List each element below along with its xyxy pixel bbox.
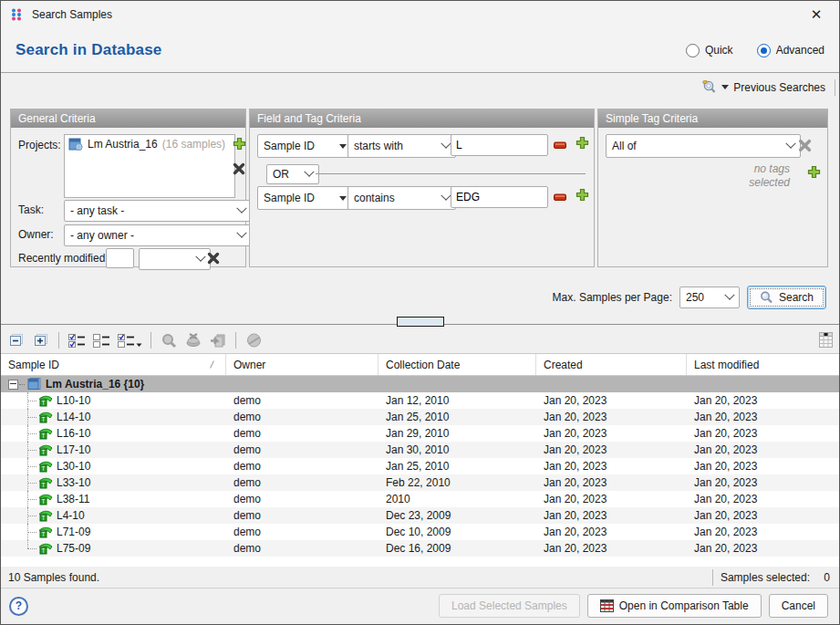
clear-recently-modified-button[interactable] xyxy=(204,249,223,267)
criteria-value-input-2[interactable] xyxy=(451,186,548,208)
remove-icon xyxy=(798,139,812,152)
general-criteria-panel: General Criteria Projects: Lm Austria_16… xyxy=(10,109,246,267)
column-header-sample-id[interactable]: Sample ID xyxy=(1,354,226,375)
help-icon[interactable]: ? xyxy=(9,597,28,616)
group-row[interactable]: Lm Austria_16 {10} xyxy=(1,376,839,392)
project-item[interactable]: Lm Austria_16 (16 samples) xyxy=(68,138,231,151)
join-operator-select[interactable]: OR xyxy=(266,164,319,184)
no-tags-text: no tags selected xyxy=(737,162,790,190)
table-row[interactable]: T L75-09 demo Dec 16, 2009 Jan 20, 2023 … xyxy=(1,540,839,557)
search-button[interactable]: Search xyxy=(747,286,826,309)
sample-id: L17-10 xyxy=(57,443,90,456)
remove-criterion-button-2[interactable] xyxy=(551,188,569,206)
task-select[interactable]: - any task - xyxy=(64,200,252,222)
column-settings-button[interactable] xyxy=(816,329,835,349)
previous-searches-button[interactable]: Previous Searches xyxy=(697,78,831,96)
owner-select[interactable]: - any owner - xyxy=(64,224,252,246)
projects-listbox[interactable]: Lm Austria_16 (16 samples) xyxy=(64,134,235,198)
task-value: - any task - xyxy=(70,204,124,217)
tag-match-select[interactable]: All of xyxy=(606,134,801,158)
selection-menu-button[interactable] xyxy=(116,331,143,349)
columns-icon xyxy=(819,332,833,348)
table-row[interactable]: T L71-09 demo Dec 10, 2009 Jan 20, 2023 … xyxy=(1,524,839,540)
table-row[interactable]: T L33-10 demo Feb 22, 2010 Jan 20, 2023 … xyxy=(1,474,839,491)
collapse-group-icon[interactable] xyxy=(8,380,18,390)
splitter-handle[interactable] xyxy=(397,317,444,327)
table-row[interactable]: T L38-11 demo 2010 Jan 20, 2023 Jan 20, … xyxy=(1,491,839,507)
table-row[interactable]: T L4-10 demo Dec 23, 2009 Jan 20, 2023 J… xyxy=(1,507,839,524)
max-samples-select[interactable]: 250 xyxy=(679,286,740,308)
table-row[interactable]: T L14-10 demo Jan 25, 2010 Jan 20, 2023 … xyxy=(1,409,839,425)
column-header-collection-date[interactable]: Collection Date xyxy=(379,354,536,375)
dropdown-arrow-icon xyxy=(339,144,347,149)
open-in-comparison-table-button[interactable]: Open in Comparison Table xyxy=(587,594,762,618)
operator-select-2[interactable]: contains xyxy=(347,186,456,210)
footer: ? Load Selected Samples Open in Comparis… xyxy=(1,588,839,624)
header-band: Search in Database Quick Advanced xyxy=(1,28,839,73)
table-row[interactable]: T L17-10 demo Jan 30, 2010 Jan 20, 2023 … xyxy=(1,442,839,458)
operator-select-1[interactable]: starts with xyxy=(347,134,456,158)
collapse-all-button[interactable] xyxy=(6,331,26,349)
table-row[interactable]: T L16-10 demo Jan 29, 2010 Jan 20, 2023 … xyxy=(1,425,839,442)
owner-cell: demo xyxy=(226,524,379,540)
column-header-last-modified[interactable]: Last modified xyxy=(687,354,839,375)
status-separator xyxy=(712,569,713,586)
results-toolbar xyxy=(1,328,839,354)
tag-match-value: All of xyxy=(612,140,637,152)
select-all-button[interactable] xyxy=(67,331,87,349)
svg-text:T: T xyxy=(42,449,46,455)
owner-cell: demo xyxy=(226,474,379,491)
close-icon[interactable]: ✕ xyxy=(803,3,830,26)
field-select-2[interactable]: Sample ID xyxy=(257,186,353,210)
svg-text:T: T xyxy=(42,531,46,537)
add-criterion-button-1[interactable] xyxy=(573,133,591,151)
add-project-button[interactable] xyxy=(230,134,248,152)
tree-connector xyxy=(22,458,37,474)
load-selected-samples-button[interactable]: Load Selected Samples xyxy=(439,594,580,618)
load-button-disabled[interactable] xyxy=(183,331,203,349)
svg-text:T: T xyxy=(42,547,46,554)
column-header-created[interactable]: Created xyxy=(536,354,687,375)
expand-all-button[interactable] xyxy=(31,331,51,349)
radio-quick[interactable]: Quick xyxy=(686,44,733,57)
web-button-disabled[interactable] xyxy=(244,331,264,349)
table-row[interactable]: T L10-10 demo Jan 12, 2010 Jan 20, 2023 … xyxy=(1,392,839,409)
group-label: Lm Austria_16 {10} xyxy=(46,378,144,391)
remove-project-button[interactable] xyxy=(230,160,248,178)
sample-icon: T xyxy=(37,476,53,489)
owner-value: - any owner - xyxy=(70,229,134,242)
deselect-all-button[interactable] xyxy=(91,331,111,349)
sort-indicator-icon xyxy=(210,360,214,369)
tree-connector xyxy=(22,524,37,540)
last-modified-cell: Jan 20, 2023 xyxy=(687,491,839,507)
search-button-label: Search xyxy=(779,291,814,304)
recently-modified-input[interactable] xyxy=(106,248,134,268)
created-cell: Jan 20, 2023 xyxy=(536,474,687,491)
svg-text:T: T xyxy=(42,498,46,505)
cancel-button[interactable]: Cancel xyxy=(769,594,828,618)
owner-cell: demo xyxy=(226,540,379,557)
sample-id: L10-10 xyxy=(57,394,90,407)
recently-modified-unit-select[interactable] xyxy=(139,248,211,270)
export-button-disabled[interactable] xyxy=(208,331,228,349)
plus-icon xyxy=(576,136,589,150)
add-tag-button[interactable] xyxy=(804,162,823,181)
tree-connector xyxy=(22,409,37,425)
radio-advanced-circle[interactable] xyxy=(757,44,771,57)
criteria-value-input-1[interactable] xyxy=(451,134,548,156)
sample-icon: T xyxy=(37,526,53,538)
load-icon xyxy=(185,333,202,348)
field-select-1[interactable]: Sample ID xyxy=(257,134,353,158)
radio-advanced[interactable]: Advanced xyxy=(757,44,824,57)
search-controls: Max. Samples per Page: 250 Search xyxy=(553,286,826,309)
find-button-disabled[interactable] xyxy=(159,331,179,349)
project-sample-count: (16 samples) xyxy=(162,138,225,151)
radio-quick-circle[interactable] xyxy=(686,44,700,57)
minus-icon xyxy=(554,141,566,150)
table-row[interactable]: T L30-10 demo Jan 25, 2010 Jan 20, 2023 … xyxy=(1,458,839,474)
remove-criterion-button-1[interactable] xyxy=(551,136,569,154)
created-cell: Jan 20, 2023 xyxy=(536,442,687,458)
column-header-owner[interactable]: Owner xyxy=(226,354,379,375)
clear-tags-button[interactable] xyxy=(795,136,814,154)
add-criterion-button-2[interactable] xyxy=(573,185,591,203)
